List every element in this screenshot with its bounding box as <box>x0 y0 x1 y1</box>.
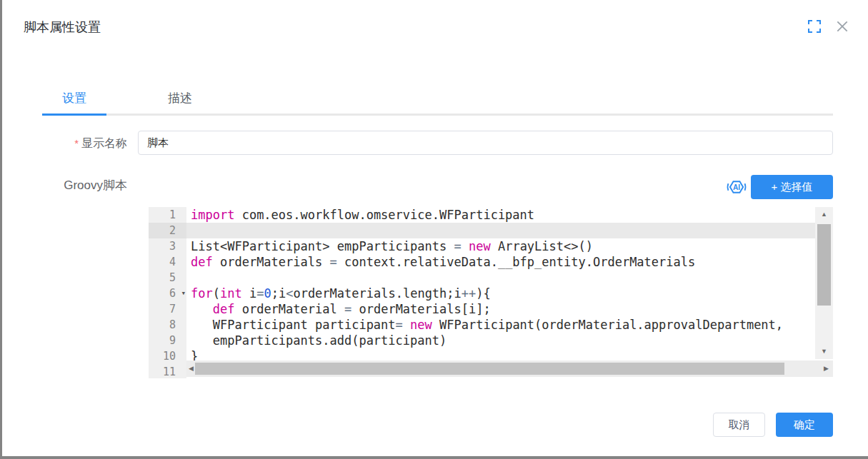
select-value-button[interactable]: + 选择值 <box>751 175 833 199</box>
close-icon[interactable] <box>834 18 851 35</box>
required-asterisk: * <box>74 137 79 149</box>
fullscreen-icon-glyph <box>808 20 821 33</box>
ai-icon[interactable]: AI <box>725 176 748 198</box>
code-line-text: for(int i=0;i<orderMaterials.length;i++)… <box>186 286 833 301</box>
groovy-code-editor[interactable]: 1import com.eos.workflow.omservice.WFPar… <box>149 207 833 378</box>
code-lines: 1import com.eos.workflow.omservice.WFPar… <box>149 207 833 378</box>
ai-icon-glyph: AI <box>726 176 747 198</box>
script-properties-dialog: 脚本属性设置 设置 描述 *显示名称 Groovy脚本 AI + 选择值 1im… <box>0 0 868 459</box>
scroll-left-icon[interactable]: ◀ <box>189 365 194 372</box>
code-line[interactable]: 7 def orderMaterial = orderMaterials[i]; <box>149 301 833 317</box>
line-number: 2 <box>149 223 186 238</box>
scroll-up-icon[interactable]: ▲ <box>821 211 827 218</box>
code-line-text: def orderMaterials = context.relativeDat… <box>186 254 833 270</box>
groovy-script-label: Groovy脚本 <box>16 178 127 193</box>
confirm-button[interactable]: 确定 <box>776 413 833 437</box>
line-number: 10 <box>149 348 186 364</box>
line-number: 7 <box>149 301 186 317</box>
line-number: 3 <box>149 238 186 254</box>
code-line[interactable]: 8 WFParticipant participant= new WFParti… <box>149 317 833 333</box>
tab-settings[interactable]: 设置 <box>42 86 106 116</box>
line-number: 11 <box>149 364 186 378</box>
code-line-text: WFParticipant participant= new WFPartici… <box>186 317 833 333</box>
tab-description[interactable]: 描述 <box>148 86 212 116</box>
code-line[interactable]: 4def orderMaterials = context.relativeDa… <box>149 254 833 270</box>
code-line[interactable]: 1import com.eos.workflow.omservice.WFPar… <box>149 207 833 223</box>
scroll-right-icon[interactable]: ▶ <box>824 365 829 372</box>
code-line-text: import com.eos.workflow.omservice.WFPart… <box>186 207 833 223</box>
code-line-text: def orderMaterial = orderMaterials[i]; <box>186 301 833 317</box>
code-line[interactable]: 9 empParticipants.add(participant) <box>149 333 833 348</box>
line-number: 1 <box>149 207 186 223</box>
code-line-text: List<WFParticipant> empParticipants = ne… <box>186 238 833 254</box>
code-line[interactable]: 6▾for(int i=0;i<orderMaterials.length;i+… <box>149 286 833 301</box>
tab-bar: 设置 描述 <box>42 86 833 116</box>
code-line-text <box>186 270 833 286</box>
line-number: 6▾ <box>149 286 186 301</box>
vertical-scrollbar[interactable]: ▲ ▼ <box>815 207 833 359</box>
line-number: 9 <box>149 333 186 348</box>
scroll-down-icon[interactable]: ▼ <box>821 348 827 355</box>
fold-arrow-icon[interactable]: ▾ <box>181 286 186 301</box>
line-number: 4 <box>149 254 186 270</box>
code-line-text: empParticipants.add(participant) <box>186 333 833 348</box>
close-icon-glyph <box>835 19 849 34</box>
dialog-title: 脚本属性设置 <box>24 19 101 36</box>
code-line-text <box>186 223 833 238</box>
display-name-input[interactable] <box>138 131 833 155</box>
code-line[interactable]: 2 <box>149 223 833 238</box>
fullscreen-icon[interactable] <box>807 19 822 34</box>
vertical-scrollbar-thumb[interactable] <box>817 224 831 306</box>
code-line[interactable]: 3List<WFParticipant> empParticipants = n… <box>149 238 833 254</box>
cancel-button[interactable]: 取消 <box>713 413 765 437</box>
line-number: 5 <box>149 270 186 286</box>
horizontal-scrollbar-thumb[interactable] <box>195 363 784 375</box>
display-name-label-text: 显示名称 <box>81 137 127 149</box>
display-name-label: *显示名称 <box>16 136 127 151</box>
horizontal-scrollbar[interactable]: ◀ ▶ <box>186 360 833 377</box>
code-line[interactable]: 5 <box>149 270 833 286</box>
line-number: 8 <box>149 317 186 333</box>
svg-text:AI: AI <box>733 183 740 191</box>
